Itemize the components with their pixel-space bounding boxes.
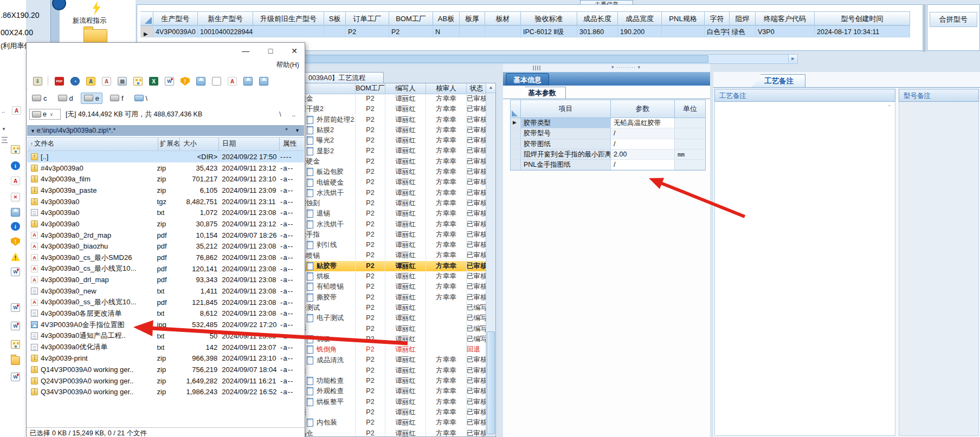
menu-help[interactable]: 帮助(H) [276,61,299,70]
column-header-attr[interactable]: 属性 [280,138,304,151]
column-header[interactable]: 字符 [705,11,730,25]
clipboard-paste-icon[interactable] [33,77,42,86]
process-row[interactable]: 贴胶带P2谭丽红方幸幸已审核 [292,261,486,271]
process-row[interactable]: 终检P2谭丽红方幸幸已审核 [292,366,486,376]
row-selector[interactable]: ▶ [511,118,521,128]
process-row[interactable]: 镀镍金P2谭丽红方幸幸已审核 [292,94,486,104]
file-row[interactable]: Q14V3P0039A0 working ger..zip756,2192024… [27,364,304,375]
path-dropdown-icon[interactable] [295,125,300,136]
param-row[interactable]: PNL金手指图纸/ [511,160,705,170]
row-selector[interactable]: ▶ [140,25,153,37]
tab-basic-info[interactable]: 基本信息 [506,73,549,86]
word-export-icon[interactable] [165,77,174,86]
image-view-icon[interactable] [196,77,205,86]
drive-button-d[interactable]: d [55,93,76,104]
file-row[interactable]: 4v3p0039a0txt1,0722024/09/11 23:08-a-- [27,207,304,218]
new-file-icon[interactable] [212,77,221,86]
column-header-item[interactable]: 项目 [521,100,611,118]
process-row[interactable]: 水洗烘干P2谭丽红方幸幸已审核 [292,188,486,198]
column-header-auditor[interactable]: 核审人 [426,83,467,94]
column-header[interactable]: BOM工厂 [389,11,433,25]
column-header-size[interactable]: 大小 [180,138,219,151]
side-security-shield-icon[interactable] [11,237,20,246]
file-row[interactable]: 4v3p0039a0_newtxt1,4112024/09/11 23:08-a… [27,285,304,297]
file-row[interactable]: 4v3p0039a0_biaozhupdf35,2122024/09/11 23… [27,241,304,252]
side-user-network-icon[interactable] [11,340,20,349]
model-table-data-row[interactable]: ▶4V3P0039A010010400228944P2P2NIPC-6012 Ⅱ… [140,25,910,37]
font-highlight-icon[interactable] [86,77,95,86]
side-adobe-reader-icon[interactable] [11,177,20,185]
side-word-doc-icon[interactable] [11,373,20,381]
column-header[interactable]: 验收标准 [521,11,577,25]
process-row[interactable]: 电子测试P2谭丽红已编写 [292,303,486,313]
process-row[interactable]: 显影2P2谭丽红方幸幸已审核 [292,146,486,156]
column-header-writer[interactable]: 编写人 [385,83,426,94]
pdf-export-icon[interactable] [55,77,64,86]
row-selector[interactable] [511,160,521,170]
print-icon[interactable] [118,77,127,86]
side-word-doc-icon[interactable] [11,268,20,276]
process-row[interactable]: 外层干膜2P2谭丽红方幸幸已审核 [292,104,486,114]
process-row[interactable]: 内包装P2谭丽红方幸幸已审核 [292,418,486,428]
process-row[interactable]: 贴膜2P2谭丽红方幸幸已审核 [292,125,486,135]
file-row[interactable]: 4v3p0039-printzip966,3982024/09/11 23:10… [27,353,304,364]
process-row[interactable]: 板边包胶P2谭丽红方幸幸已审核 [292,167,486,177]
user-network-icon[interactable] [133,77,143,86]
process-row[interactable]: 外观检查P2谭丽红方幸幸已审核 [292,386,486,396]
drive-button-net[interactable]: \ [131,93,151,104]
process-row[interactable]: 镀金手指P2谭丽红方幸幸已审核 [292,230,486,240]
process-row[interactable]: 外层蚀刻P2谭丽红方幸幸已审核 [292,198,486,208]
model-remarks-content[interactable] [899,102,979,436]
file-row[interactable]: 4V3P0039A0金手指位置图jpg532,4852024/09/22 17:… [27,319,304,330]
excel-export-icon[interactable] [149,77,158,86]
param-value[interactable]: 无铅高温红胶带 [611,118,675,128]
side-info-icon[interactable] [11,161,20,170]
root-dir-button[interactable]: \ [275,109,285,119]
drive-select[interactable]: e ∨ [29,109,61,120]
process-row[interactable]: 包装P2谭丽红方幸幸已审核 [292,407,486,418]
process-row[interactable]: 外层前处理2P2谭丽红方幸幸已审核 [292,115,486,125]
file-row[interactable]: 4v3p0039a0zip30,8752024/09/11 23:12-a-- [27,218,304,230]
file-row[interactable]: 4v3p0039a_filmzip701,2172024/09/11 23:10… [27,173,304,185]
select-all-cell[interactable] [511,100,521,118]
process-row[interactable]: 电镀硬金P2谭丽红方幸幸已审核 [292,177,486,187]
column-header[interactable]: 板厚 [460,11,485,25]
font-icon[interactable] [102,77,111,86]
param-value[interactable]: 2.00 [611,149,675,160]
process-row[interactable]: 电子测试P2谭丽红已编写 [292,313,486,323]
process-row[interactable]: 电镀硬金P2谭丽红方幸幸已审核 [292,156,486,167]
param-value[interactable]: / [611,139,675,149]
process-row[interactable]: 有铅喷锡P2谭丽红方幸幸已审核 [292,250,486,260]
process-row[interactable]: 铣倒角P2谭丽红回退 [292,344,486,355]
process-row[interactable]: 退锡P2谭丽红方幸幸已审核 [292,208,486,219]
process-row[interactable]: 成品仓P2谭丽红方幸幸已审核 [292,428,486,437]
row-selector[interactable] [511,128,521,139]
scrollbar-thumb[interactable] [487,331,495,434]
path-bar[interactable]: e:\inpu\4v3p0039a0.zip\*.* * [27,125,304,136]
splitter-grip[interactable] [533,66,541,70]
param-row[interactable]: 阻焊开窗到金手指的最小距离2.00mm [511,149,705,160]
column-header[interactable]: PNL规格 [662,11,705,25]
column-header-ext[interactable]: 扩展名 [158,138,180,151]
file-row[interactable]: 4v3p0039a0各层更改清单txt8,6122024/09/11 23:08… [27,308,304,319]
file-row[interactable]: 4v3p0039a0_ss_最小线宽10...pdf121,8452024/09… [27,297,304,308]
param-row[interactable]: 胶带型号/ [511,128,705,139]
process-row[interactable]: 曝光2P2谭丽红方幸幸已审核 [292,135,486,146]
column-header-unit[interactable]: 单位 [675,100,705,118]
param-value[interactable]: / [611,160,675,170]
process-row[interactable]: 铣板P2谭丽红已编写 [292,334,486,344]
process-row[interactable]: 烘板P2谭丽红方幸幸已审核 [292,271,486,282]
column-header[interactable]: 板材 [485,11,521,25]
process-row[interactable]: 有铅喷锡P2谭丽红方幸幸已审核 [292,282,486,292]
side-delete-icon[interactable] [11,193,20,201]
param-row[interactable]: 胶带图纸/ [511,139,705,149]
file-row[interactable]: 4v3p0039a0_cs_最小SMD26pdf76,8622024/09/11… [27,252,304,263]
vertical-scrollbar[interactable] [486,83,495,436]
column-header[interactable]: S板 [324,11,346,25]
file-row[interactable]: 4v3p0039a0_drl_mappdf93,3432024/09/11 23… [27,275,304,286]
lightning-icon[interactable] [91,1,102,15]
file-row[interactable]: Q34V3P0039A0 working ger..zip1,986,24320… [27,386,304,397]
file-row[interactable]: 4v3p0039a0_cs_最小线宽10...pdf120,1412024/09… [27,263,304,275]
select-all-cell[interactable] [140,11,153,25]
column-header-param[interactable]: 参数 [611,100,675,118]
